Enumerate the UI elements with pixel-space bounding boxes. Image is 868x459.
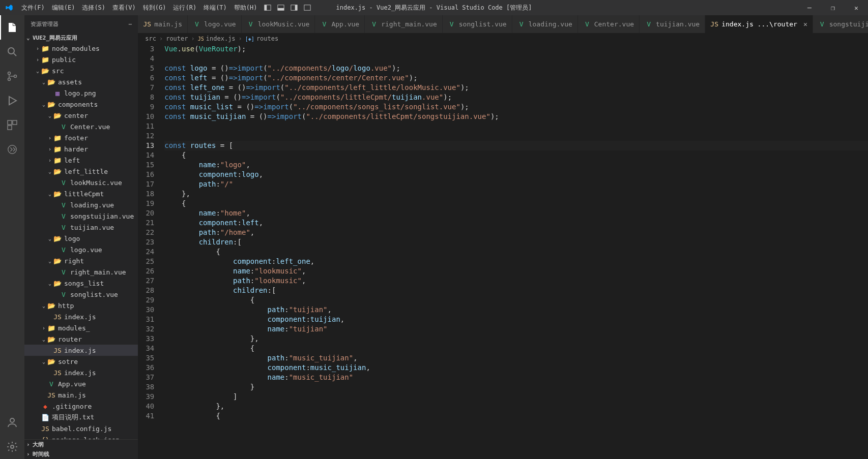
code-line[interactable]: const left = ()=>import("../components/c…	[164, 73, 868, 83]
tree-item[interactable]: Vloading.vue	[24, 199, 138, 210]
code-line[interactable]: path:"lookmusic",	[164, 276, 868, 286]
tree-item[interactable]: Vsonglist.vue	[24, 289, 138, 300]
maximize-button[interactable]: ❐	[821, 0, 845, 15]
code-line[interactable]: Vue.use(VueRouter);	[164, 44, 868, 54]
tree-item[interactable]: JSindex.js	[24, 311, 138, 322]
tree-item[interactable]: VApp.vue	[24, 378, 138, 389]
layout-customize-icon[interactable]	[301, 0, 314, 15]
tree-item[interactable]: Vlogo.vue	[24, 244, 138, 255]
code-line[interactable]	[164, 131, 868, 141]
search-activity[interactable]	[0, 40, 24, 64]
settings-activity[interactable]	[0, 435, 24, 459]
tree-item[interactable]: JSmain.js	[24, 389, 138, 401]
tree-item[interactable]: ⌄📂littleCpmt	[24, 188, 138, 199]
tree-item[interactable]: VCenter.vue	[24, 121, 138, 132]
code-line[interactable]: component:music_tuijian,	[164, 363, 868, 373]
code-line[interactable]: const music_tuijian = ()=>import("../com…	[164, 112, 868, 121]
tree-item[interactable]: ⌄📂center	[24, 110, 138, 121]
code-line[interactable]: },	[164, 189, 868, 199]
breadcrumb-item[interactable]: router	[166, 35, 188, 42]
editor-tab[interactable]: VCenter.vue	[578, 15, 640, 33]
code-line[interactable]: {	[164, 150, 868, 160]
code-line[interactable]: name:"home",	[164, 208, 868, 218]
code-line[interactable]: {	[164, 344, 868, 353]
code-line[interactable]: name:"lookmusic",	[164, 266, 868, 276]
tree-item[interactable]: ›📁harder	[24, 143, 138, 155]
accounts-activity[interactable]	[0, 410, 24, 435]
tree-item[interactable]: ⌄📂sotre	[24, 356, 138, 367]
code-line[interactable]: ]	[164, 392, 868, 402]
code-line[interactable]: children:[	[164, 286, 868, 295]
breadcrumb[interactable]: src›router›JS index.js›[◈] routes	[138, 33, 868, 44]
code-line[interactable]	[164, 121, 868, 131]
timeline-section-header[interactable]: › 时间线	[24, 449, 138, 459]
sidebar-actions-icon[interactable]: ⋯	[129, 21, 132, 27]
editor-tab[interactable]: Vloading.vue	[512, 15, 578, 33]
breadcrumb-item[interactable]: JS index.js	[198, 35, 236, 42]
tree-item[interactable]: {}package-lock.json	[24, 434, 138, 439]
editor-tab[interactable]: VlookMusic.vue	[242, 15, 315, 33]
code-line[interactable]: const left_one = ()=>import("../componen…	[164, 83, 868, 93]
code-line[interactable]: {	[164, 411, 868, 421]
code-line[interactable]: component:tuijian,	[164, 315, 868, 324]
extensions-activity[interactable]	[0, 113, 24, 137]
menu-item[interactable]: 转到(G)	[139, 0, 170, 15]
run-debug-activity[interactable]	[0, 88, 24, 113]
code-line[interactable]: component:left,	[164, 218, 868, 228]
code-line[interactable]	[164, 54, 868, 64]
menu-item[interactable]: 文件(F)	[18, 0, 48, 15]
menu-item[interactable]: 帮助(H)	[230, 0, 261, 15]
editor-tab[interactable]: Vsongstuijian.vue	[813, 15, 868, 33]
code-line[interactable]: name:"music_tuijian"	[164, 373, 868, 382]
code-line[interactable]: path:"music_tuijian",	[164, 353, 868, 363]
tree-item[interactable]: ⌄📂components	[24, 99, 138, 110]
layout-primary-sidebar-icon[interactable]	[261, 0, 274, 15]
explorer-root-header[interactable]: ⌄ VUE2_网易云应用	[24, 33, 138, 43]
remote-activity[interactable]	[0, 137, 24, 162]
editor-tab[interactable]: Vtuijian.vue	[640, 15, 705, 33]
tree-item[interactable]: Vsongstuijian.vue	[24, 210, 138, 222]
menu-item[interactable]: 运行(R)	[169, 0, 200, 15]
minimize-button[interactable]: ─	[798, 0, 821, 15]
tree-item[interactable]: JSindex.js	[24, 367, 138, 378]
source-control-activity[interactable]	[0, 64, 24, 88]
tree-item[interactable]: ⌄📂assets	[24, 76, 138, 87]
code-line[interactable]: path:"tuijian",	[164, 305, 868, 315]
code-line[interactable]: path:"/home",	[164, 228, 868, 237]
tree-item[interactable]: ⌄📂songs_list	[24, 278, 138, 289]
editor-tab[interactable]: Vsonglist.vue	[443, 15, 512, 33]
tree-item[interactable]: ⌄📂src	[24, 65, 138, 76]
tree-item[interactable]: ›📁node_modules	[24, 43, 138, 54]
tree-item[interactable]: ⌄📂http	[24, 300, 138, 311]
code-editor[interactable]: 3456789101112131415161718192021222324252…	[138, 44, 868, 459]
layout-secondary-sidebar-icon[interactable]	[287, 0, 301, 15]
menu-item[interactable]: 编辑(E)	[48, 0, 79, 15]
code-line[interactable]: {	[164, 247, 868, 257]
close-button[interactable]: ✕	[845, 0, 868, 15]
code-line[interactable]: {	[164, 295, 868, 305]
tree-item[interactable]: ▦logo.png	[24, 87, 138, 99]
menu-item[interactable]: 终端(T)	[200, 0, 230, 15]
tree-item[interactable]: ›📁modules_	[24, 322, 138, 333]
tree-item[interactable]: ⌄📂router	[24, 333, 138, 345]
explorer-activity[interactable]	[0, 15, 24, 40]
layout-panel-icon[interactable]	[274, 0, 287, 15]
code-line[interactable]: children:[	[164, 237, 868, 247]
breadcrumb-item[interactable]: [◈] routes	[245, 35, 278, 42]
tab-close-icon[interactable]: ✕	[803, 20, 807, 28]
tree-item[interactable]: Vright_main.vue	[24, 266, 138, 278]
code-line[interactable]: name:"tuijian"	[164, 324, 868, 334]
code-line[interactable]: path:"/"	[164, 179, 868, 189]
code-line[interactable]: },	[164, 334, 868, 344]
editor-tab[interactable]: Vright_main.vue	[365, 15, 443, 33]
code-line[interactable]: component:left_one,	[164, 257, 868, 266]
menu-item[interactable]: 查看(V)	[109, 0, 139, 15]
code-line[interactable]: const music_list = ()=>import("../compon…	[164, 102, 868, 112]
tree-item[interactable]: ⌄📂logo	[24, 233, 138, 244]
editor-tab[interactable]: JSindex.js ...\router✕	[705, 15, 813, 33]
editor-tab[interactable]: VApp.vue	[315, 15, 365, 33]
menu-item[interactable]: 选择(S)	[78, 0, 109, 15]
tree-item[interactable]: JSbabel.config.js	[24, 423, 138, 434]
tree-item[interactable]: JSindex.js	[24, 345, 138, 356]
tree-item[interactable]: ⌄📂right	[24, 255, 138, 266]
